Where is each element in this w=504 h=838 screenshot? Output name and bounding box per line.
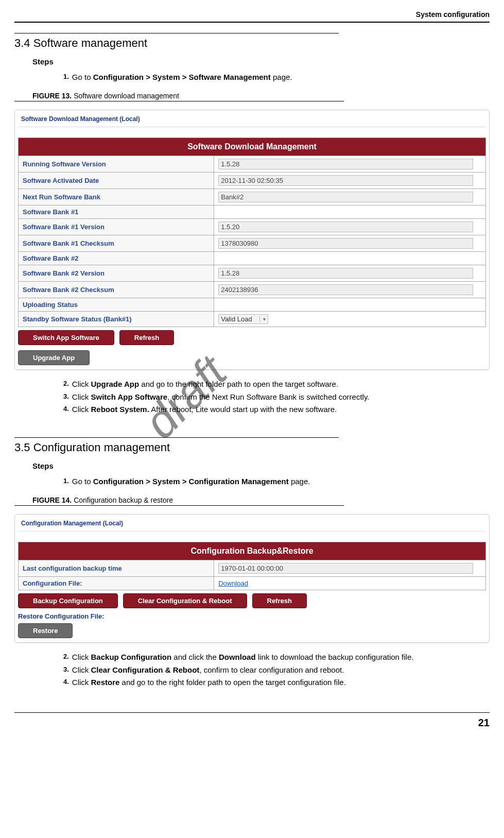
page-number: 21	[14, 717, 490, 729]
step-text: Go to Configuration > System > Software …	[72, 72, 479, 82]
table-row: Software Activated Date	[19, 173, 486, 189]
step-34-1: 1. Go to Configuration > System > Softwa…	[63, 72, 479, 82]
step-35-3: 3. Click Clear Configuration & Reboot, c…	[63, 665, 479, 675]
window-title-13: Software Download Management (Local)	[18, 113, 486, 127]
row-label: Software Bank #1 Checksum	[19, 235, 214, 252]
table-row: Running Software Version	[19, 156, 486, 173]
row-value	[214, 219, 486, 235]
download-link[interactable]: Download	[218, 579, 248, 587]
row-value	[214, 282, 486, 298]
row-label: Software Bank #1	[19, 206, 214, 219]
step-34-2: 2. Click Upgrade App and go to the right…	[63, 379, 479, 389]
row-label: Uploading Status	[19, 298, 214, 312]
restore-button[interactable]: Restore	[18, 623, 73, 638]
refresh-button-14[interactable]: Refresh	[252, 593, 307, 608]
info-table-14: Last configuration backup timeConfigurat…	[18, 560, 486, 590]
readonly-field[interactable]	[218, 192, 473, 202]
table-row: Standby Software Status (Bank#1)Valid Lo…	[19, 312, 486, 327]
section-rule-34	[14, 33, 339, 33]
table-row: Uploading Status	[19, 298, 486, 312]
table-row: Software Bank #1 Version	[19, 219, 486, 235]
row-value	[214, 265, 486, 282]
table-row: Configuration File:Download	[19, 577, 486, 590]
step-35-1: 1. Go to Configuration > System > Config…	[63, 476, 479, 487]
section-rule-35	[14, 437, 339, 438]
readonly-field[interactable]	[218, 563, 473, 574]
window-title-14: Configuration Management (Local)	[18, 518, 486, 532]
step-34-3: 3. Click Switch App Software, confirm th…	[63, 392, 479, 402]
page-header: System configuration	[14, 10, 490, 19]
footer-rule	[14, 712, 490, 713]
row-value	[214, 252, 486, 265]
figure-14-caption: FIGURE 14. Configuration backup & restor…	[32, 496, 490, 504]
row-label: Running Software Version	[19, 156, 214, 173]
row-label: Standby Software Status (Bank#1)	[19, 312, 214, 327]
figure-13-rule	[14, 101, 344, 101]
readonly-field[interactable]	[218, 284, 473, 295]
restore-file-label: Restore Configuration File:	[18, 612, 486, 620]
step-list-34a: 1. Go to Configuration > System > Softwa…	[63, 72, 479, 82]
readonly-field[interactable]	[218, 159, 473, 169]
readonly-field[interactable]	[218, 221, 473, 232]
row-label: Last configuration backup time	[19, 560, 214, 577]
row-value	[214, 235, 486, 252]
chevron-down-icon: ▾	[259, 316, 266, 322]
row-label: Next Run Software Bank	[19, 189, 214, 206]
table-row: Software Bank #2	[19, 252, 486, 265]
upgrade-app-button[interactable]: Upgrade App	[18, 350, 90, 365]
figure-14-rule	[14, 505, 344, 506]
dropdown[interactable]: Valid Load▾	[218, 314, 268, 324]
readonly-field[interactable]	[218, 238, 473, 249]
row-label: Software Bank #2 Version	[19, 265, 214, 282]
step-35-2: 2. Click Backup Configuration and click …	[63, 652, 479, 662]
row-label: Configuration File:	[19, 577, 214, 590]
table-row: Software Bank #1	[19, 206, 486, 219]
table-row: Next Run Software Bank	[19, 189, 486, 206]
table-row: Software Bank #1 Checksum	[19, 235, 486, 252]
row-value	[214, 189, 486, 206]
steps-label-34: Steps	[32, 57, 490, 66]
figure-14-screenshot: Configuration Management (Local) Configu…	[14, 514, 490, 643]
row-value	[214, 298, 486, 312]
step-list-34b: 2. Click Upgrade App and go to the right…	[63, 379, 479, 415]
info-table-13: Running Software VersionSoftware Activat…	[18, 156, 486, 327]
banner-14: Configuration Backup&Restore	[18, 542, 486, 560]
row-value	[214, 560, 486, 577]
row-value	[214, 206, 486, 219]
dropdown-value: Valid Load	[221, 315, 252, 323]
row-value: Download	[214, 577, 486, 590]
backup-config-button[interactable]: Backup Configuration	[18, 593, 118, 608]
row-label: Software Bank #2 Checksum	[19, 282, 214, 298]
row-label: Software Bank #2	[19, 252, 214, 265]
table-row: Software Bank #2 Checksum	[19, 282, 486, 298]
step-35-4: 4. Click Restore and go to the right fol…	[63, 677, 479, 688]
table-row: Software Bank #2 Version	[19, 265, 486, 282]
row-value	[214, 173, 486, 189]
section-title-35: 3.5 Configuration management	[14, 441, 490, 454]
refresh-button-13[interactable]: Refresh	[119, 330, 174, 345]
row-label: Software Bank #1 Version	[19, 219, 214, 235]
clear-config-button[interactable]: Clear Configuration & Reboot	[123, 593, 247, 608]
section-title-34: 3.4 Software management	[14, 37, 490, 50]
table-row: Last configuration backup time	[19, 560, 486, 577]
figure-13-caption: FIGURE 13. Software download management	[32, 92, 490, 100]
step-num: 1.	[63, 72, 69, 82]
row-value	[214, 156, 486, 173]
switch-app-button[interactable]: Switch App Software	[18, 330, 114, 345]
row-value: Valid Load▾	[214, 312, 486, 327]
step-34-4: 4. Click Reboot System. After reboot, Li…	[63, 404, 479, 415]
step-list-35a: 1. Go to Configuration > System > Config…	[63, 476, 479, 487]
row-label: Software Activated Date	[19, 173, 214, 189]
figure-13-screenshot: Software Download Management (Local) Sof…	[14, 110, 490, 370]
steps-label-35: Steps	[32, 461, 490, 470]
readonly-field[interactable]	[218, 175, 473, 186]
step-list-35b: 2. Click Backup Configuration and click …	[63, 652, 479, 688]
banner-13: Software Download Management	[18, 138, 486, 156]
header-rule	[14, 22, 490, 23]
readonly-field[interactable]	[218, 268, 473, 279]
